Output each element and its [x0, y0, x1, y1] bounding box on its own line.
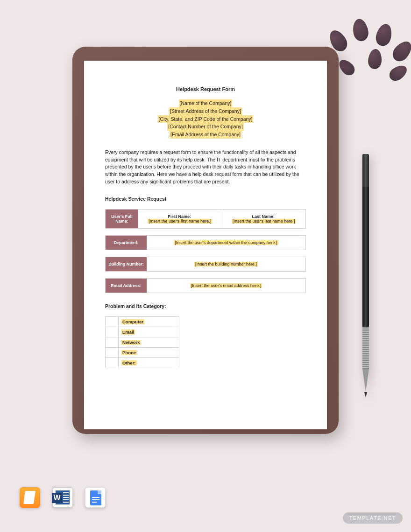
building-value: [Insert the building number here.]: [194, 262, 258, 266]
category-checkbox[interactable]: [106, 337, 119, 347]
building-cell[interactable]: [Insert the building number here.]: [147, 257, 305, 271]
problem-category-table: Computer Email Network Phone Other:: [105, 316, 179, 368]
company-email: [Email Address of the Company]: [170, 131, 241, 139]
first-name-label: First Name:: [168, 214, 191, 219]
company-street: [Street Address of the Company]: [169, 107, 242, 115]
category-checkbox[interactable]: [106, 347, 119, 357]
document-title: Helpdesk Request Form: [105, 86, 306, 92]
decorative-pen: [362, 154, 369, 397]
department-label: Department:: [106, 236, 147, 250]
category-row: Other:: [106, 357, 179, 368]
category-name: Phone: [119, 347, 179, 357]
department-value: [Insert the user's department within the…: [174, 240, 278, 245]
field-full-name: User's Full Name: First Name: [Insert th…: [105, 209, 306, 229]
email-cell[interactable]: [Insert the user's email address here.]: [147, 279, 305, 293]
last-name-label: Last Name:: [252, 214, 275, 219]
app-icons-row: [20, 487, 106, 508]
category-checkbox[interactable]: [106, 316, 119, 327]
first-name-cell[interactable]: First Name: [Insert the user's first nam…: [138, 210, 222, 227]
category-row: Phone: [106, 347, 179, 357]
section-problem: Problem and its Category:: [105, 303, 306, 309]
building-label: Building Number:: [106, 257, 147, 271]
company-name: [Name of the Company]: [179, 99, 233, 107]
word-app-icon[interactable]: [52, 487, 73, 508]
category-name: Other:: [119, 357, 179, 368]
category-name: Email: [119, 327, 179, 337]
category-checkbox[interactable]: [106, 357, 119, 368]
category-name: Computer: [119, 316, 179, 327]
company-header: [Name of the Company] [Street Address of…: [105, 99, 306, 139]
document-paper: Helpdesk Request Form [Name of the Compa…: [84, 61, 327, 429]
company-phone: [Contact Number of the Company]: [167, 123, 243, 131]
category-row: Email: [106, 327, 179, 337]
field-building: Building Number: [Insert the building nu…: [105, 257, 306, 272]
last-name-cell[interactable]: Last Name: [Insert the user's last name …: [222, 210, 306, 227]
category-checkbox[interactable]: [106, 327, 119, 337]
last-name-value: [Insert the user's last name here.]: [232, 219, 296, 224]
category-row: Computer: [106, 316, 179, 327]
full-name-label: User's Full Name:: [106, 210, 138, 228]
department-cell[interactable]: [Insert the user's department within the…: [147, 236, 305, 250]
first-name-value: [Insert the user's first name here.]: [148, 219, 212, 224]
clipboard: Helpdesk Request Form [Name of the Compa…: [72, 47, 339, 434]
section-service-request: Helpdesk Service Request: [105, 196, 306, 202]
pages-app-icon[interactable]: [20, 487, 40, 508]
field-department: Department: [Insert the user's departmen…: [105, 235, 306, 250]
field-email: Email Address: [Insert the user's email …: [105, 278, 306, 293]
watermark: TEMPLATE.NET: [343, 512, 403, 524]
email-value: [Insert the user's email address here.]: [190, 283, 262, 288]
intro-paragraph: Every company requires a request form to…: [105, 149, 306, 186]
category-row: Network: [106, 337, 179, 347]
google-docs-app-icon[interactable]: [85, 487, 106, 508]
category-name: Network: [119, 337, 179, 347]
email-label: Email Address:: [106, 279, 147, 293]
company-city: [City, State, and ZIP Code of the Compan…: [158, 115, 254, 123]
